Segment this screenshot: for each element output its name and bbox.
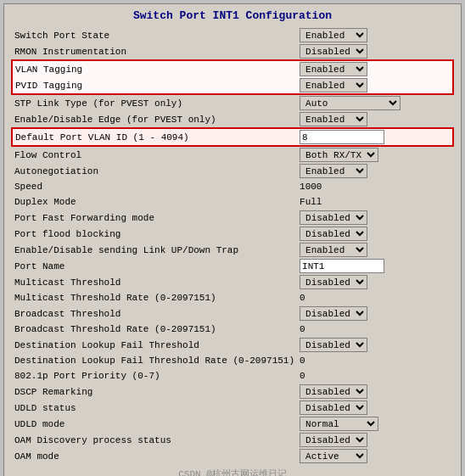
static-value-10: Full [300,197,322,207]
row-value[interactable]: ActivePassive [297,448,453,464]
dropdown-19[interactable]: EnabledDisabled [300,338,367,352]
row-label: VLAN Tagging [12,60,297,77]
row-value[interactable] [297,258,453,274]
row-label: Multicast Threshold [12,274,297,290]
table-row: Default Port VLAN ID (1 - 4094) [12,128,453,146]
dropdown-26[interactable]: ActivePassive [300,449,367,463]
row-value[interactable]: EnabledDisabled [297,337,453,353]
row-value[interactable]: Both RX/TXRX onlyTX onlyDisabled [297,146,453,163]
static-value-16: 0 [300,293,305,303]
row-value[interactable]: EnabledDisabled [297,77,453,94]
table-row: UDLD modeNormalAggressive [12,416,453,432]
row-label: Multicast Threshold Rate (0-2097151) [12,290,297,305]
dropdown-8[interactable]: EnabledDisabled [300,164,367,178]
table-row: STP Link Type (for PVEST only)AutoPoint-… [12,94,453,111]
dropdown-4[interactable]: AutoPoint-to-pointShared [300,96,401,110]
row-label: Flow Control [12,146,297,163]
row-value[interactable]: AutoPoint-to-pointShared [297,94,453,111]
dropdown-25[interactable]: EnabledDisabled [300,433,367,447]
row-value[interactable]: EnabledDisabled [297,43,453,60]
row-value[interactable]: EnabledDisabled [297,305,453,322]
row-value[interactable]: EnabledDisabled [297,432,453,448]
row-value[interactable] [297,128,453,146]
config-section: Switch Port StateEnabledDisabledRMON Ins… [11,27,454,464]
row-value[interactable]: EnabledDisabled [297,274,453,290]
table-row: AutonegotiationEnabledDisabled [12,163,453,179]
static-value-18: 0 [300,324,305,334]
table-row: OAM Discovery process statusEnabledDisab… [12,432,453,448]
table-row: Enable/Disable Edge (for PVEST only)Enab… [12,111,453,128]
row-label: Destination Lookup Fail Threshold Rate (… [12,353,297,368]
row-label: Port flood blocking [12,226,297,242]
dropdown-12[interactable]: EnabledDisabled [300,227,367,241]
table-row: OAM modeActivePassive [12,448,453,464]
row-value[interactable]: EnabledDisabled [297,163,453,179]
row-label: Speed [12,179,297,194]
watermark: CSDN @杭州古网运维日记 [11,468,454,476]
row-value: 0 [297,368,453,384]
table-row: Speed1000 [12,179,453,194]
table-row: PVID TaggingEnabledDisabled [12,77,453,94]
row-value: 0 [297,353,453,368]
table-row: Multicast ThresholdEnabledDisabled [12,274,453,290]
dropdown-24[interactable]: NormalAggressive [300,417,378,431]
table-row: Port Name [12,258,453,274]
row-label: Default Port VLAN ID (1 - 4094) [12,128,297,146]
dropdown-17[interactable]: EnabledDisabled [300,306,367,321]
row-value: 0 [297,290,453,305]
row-value[interactable]: EnabledDisabled [297,111,453,128]
dropdown-3[interactable]: EnabledDisabled [300,78,367,92]
dropdown-1[interactable]: EnabledDisabled [300,44,367,59]
dropdown-7[interactable]: Both RX/TXRX onlyTX onlyDisabled [300,148,378,162]
row-label: 802.1p Port Priority (0-7) [12,368,297,384]
row-value: 1000 [297,179,453,194]
row-label: Port Fast Forwarding mode [12,210,297,226]
static-value-20: 0 [300,356,305,366]
row-label: DSCP Remarking [12,384,297,400]
dropdown-5[interactable]: EnabledDisabled [300,112,367,126]
row-label: Duplex Mode [12,194,297,210]
row-value[interactable]: EnabledDisabled [297,400,453,416]
row-label: Destination Lookup Fail Threshold [12,337,297,353]
table-row: DSCP RemarkingEnabledDisabled [12,384,453,400]
input-field-6[interactable] [300,130,384,144]
row-label: Broadcast Threshold [12,305,297,322]
table-row: Enable/Disable sending Link UP/Down Trap… [12,242,453,258]
table-row: Destination Lookup Fail ThresholdEnabled… [12,337,453,353]
dropdown-23[interactable]: EnabledDisabled [300,400,367,415]
config-table: Switch Port StateEnabledDisabledRMON Ins… [11,27,454,464]
table-row: Switch Port StateEnabledDisabled [12,27,453,43]
dropdown-15[interactable]: EnabledDisabled [300,275,367,289]
row-value[interactable]: EnabledDisabled [297,210,453,226]
dropdown-22[interactable]: EnabledDisabled [300,384,367,399]
row-value[interactable]: EnabledDisabled [297,384,453,400]
dropdown-0[interactable]: EnabledDisabled [300,28,367,42]
dropdown-13[interactable]: EnabledDisabled [300,243,367,257]
main-container: Switch Port INT1 Configuration Switch Po… [3,3,462,476]
row-value[interactable]: EnabledDisabled [297,60,453,77]
row-value[interactable]: EnabledDisabled [297,242,453,258]
row-label: RMON Instrumentation [12,43,297,60]
row-label: OAM Discovery process status [12,432,297,448]
row-value: Full [297,194,453,210]
row-label: Enable/Disable sending Link UP/Down Trap [12,242,297,258]
dropdown-11[interactable]: EnabledDisabled [300,210,367,225]
row-value[interactable]: EnabledDisabled [297,226,453,242]
table-row: 802.1p Port Priority (0-7)0 [12,368,453,384]
row-value[interactable]: EnabledDisabled [297,27,453,43]
table-row: Flow ControlBoth RX/TXRX onlyTX onlyDisa… [12,146,453,163]
row-label: Enable/Disable Edge (for PVEST only) [12,111,297,128]
page-title: Switch Port INT1 Configuration [11,9,454,22]
table-row: Port Fast Forwarding modeEnabledDisabled [12,210,453,226]
static-value-9: 1000 [300,182,322,192]
row-label: STP Link Type (for PVEST only) [12,94,297,111]
table-row: Port flood blockingEnabledDisabled [12,226,453,242]
dropdown-2[interactable]: EnabledDisabled [300,62,367,76]
row-label: PVID Tagging [12,77,297,94]
row-value[interactable]: NormalAggressive [297,416,453,432]
table-row: Destination Lookup Fail Threshold Rate (… [12,353,453,368]
table-row: Broadcast ThresholdEnabledDisabled [12,305,453,322]
static-value-21: 0 [300,371,305,381]
input-field-14[interactable] [300,259,384,273]
row-label: Broadcast Threshold Rate (0-2097151) [12,322,297,337]
